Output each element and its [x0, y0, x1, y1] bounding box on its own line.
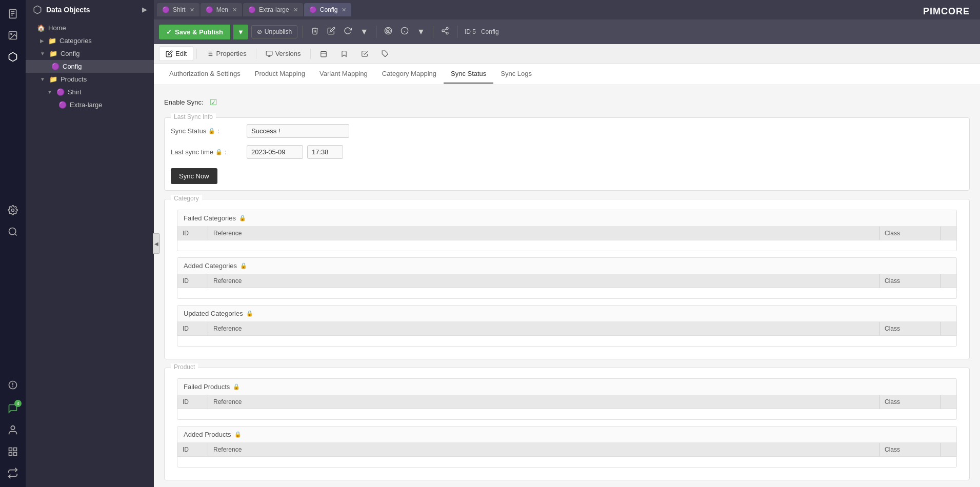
last-sync-date-input[interactable] [247, 145, 303, 159]
nav-label: Products [61, 75, 87, 83]
tab-product-mapping[interactable]: Product Mapping [248, 65, 312, 84]
svg-rect-34 [321, 51, 326, 57]
sync-now-button[interactable]: Sync Now [171, 168, 217, 184]
col-reference: Reference [208, 227, 879, 240]
more-button[interactable]: ▼ [414, 25, 428, 39]
share-button[interactable] [438, 24, 452, 39]
save-publish-button[interactable]: ✓ Save & Publish [159, 25, 230, 39]
svg-line-23 [444, 31, 447, 33]
last-sync-legend: Last Sync Info [171, 113, 216, 120]
nav-item-config[interactable]: 🟣 Config [26, 60, 154, 73]
properties-tab-button[interactable]: Properties [200, 47, 252, 60]
save-publish-dropdown[interactable]: ▼ [233, 25, 248, 39]
delete-button[interactable] [308, 24, 322, 39]
category-content: Failed Categories 🔒 ID Reference Class A… [171, 199, 963, 347]
user-btn[interactable] [3, 420, 23, 440]
tab-auth-settings[interactable]: Authorization & Settings [162, 65, 248, 84]
col-extra [941, 274, 956, 288]
added-products-body [177, 457, 956, 467]
tab-men[interactable]: 🟣 Men ✕ [201, 3, 242, 16]
dropdown-button[interactable]: ▼ [357, 25, 371, 39]
col-class: Class [879, 227, 941, 240]
category-legend: Category [171, 195, 202, 202]
last-sync-time-row: Last sync time 🔒 : [171, 145, 963, 159]
assets-nav-btn[interactable] [3, 26, 23, 45]
failed-categories-header: ID Reference Class [177, 227, 956, 240]
tab-sync-status[interactable]: Sync Status [444, 65, 493, 84]
edit-tab-button[interactable]: Edit [159, 46, 193, 61]
scheduler-btn[interactable] [314, 47, 333, 60]
tab-variant-mapping[interactable]: Variant Mapping [312, 65, 375, 84]
tab-sync-status-label: Sync Status [451, 70, 486, 77]
nav-item-categories[interactable]: ▶ 📁 Categories [26, 34, 154, 47]
tab-shirt-close[interactable]: ✕ [190, 7, 194, 13]
tab-extra-large-close[interactable]: ✕ [293, 7, 298, 13]
object-icon: 🟣 [56, 88, 65, 96]
nav-title: Data Objects [46, 6, 90, 14]
svg-point-16 [388, 30, 389, 32]
col-extra [941, 227, 956, 240]
tab-men-close[interactable]: ✕ [232, 7, 237, 13]
nav-item-products[interactable]: ▼ 📁 Products [26, 73, 154, 86]
added-categories-body [177, 288, 956, 298]
folder-icon: 📁 [48, 37, 56, 45]
tab-config-close[interactable]: ✕ [342, 7, 346, 13]
failed-products-body [177, 409, 956, 419]
chat-badge-btn[interactable]: 4 [3, 399, 23, 418]
last-sync-info-section: Last Sync Info Sync Status 🔒 : Last sync… [164, 117, 970, 191]
versions-tab-button[interactable]: Versions [259, 47, 307, 60]
tab-bar: 🟣 Shirt ✕ 🟣 Men ✕ 🟣 Extra-large ✕ 🟣 Conf… [154, 0, 980, 19]
nav-item-extra-large[interactable]: 🟣 Extra-large [26, 98, 154, 111]
svg-point-15 [386, 29, 390, 33]
cycle-btn[interactable] [3, 463, 23, 483]
sync-status-input[interactable] [247, 124, 349, 138]
toolbar-sep-3 [433, 26, 433, 38]
svg-point-5 [11, 33, 12, 35]
failed-products-title: Failed Products 🔒 [177, 379, 956, 395]
target-button[interactable] [382, 24, 395, 39]
nav-header: Data Objects ▶ [26, 0, 154, 19]
expand-icon: ▼ [47, 89, 52, 95]
svg-line-24 [444, 29, 447, 30]
bookmark-btn[interactable] [334, 47, 354, 60]
tab-variant-mapping-label: Variant Mapping [319, 70, 368, 77]
tag-btn[interactable] [375, 47, 395, 60]
reload-button[interactable] [341, 24, 354, 39]
tab-category-mapping[interactable]: Category Mapping [375, 65, 444, 84]
documents-nav-btn[interactable] [3, 4, 23, 24]
data-objects-nav-btn[interactable] [3, 47, 23, 67]
symfony-btn[interactable] [3, 375, 23, 395]
last-sync-content: Sync Status 🔒 : Last sync time 🔒 : [171, 118, 963, 184]
nav-expand-icon[interactable]: ▶ [142, 6, 147, 13]
nav-item-config-folder[interactable]: ▼ 📁 Config [26, 47, 154, 60]
info-button[interactable] [398, 24, 411, 39]
expand-icon: ▼ [40, 51, 45, 56]
unpublish-button[interactable]: ⊘ Unpublish [251, 25, 297, 38]
folder-icon: 📁 [49, 75, 57, 83]
nav-collapse-btn[interactable]: ◀ [153, 233, 160, 254]
content-tab-bar: Authorization & Settings Product Mapping… [154, 64, 980, 85]
home-icon: 🏠 [37, 24, 45, 32]
last-sync-time-input[interactable] [307, 145, 343, 159]
chat-badge: 4 [14, 400, 22, 407]
enable-sync-checkbox[interactable]: ☑ [210, 97, 217, 107]
tab-label: Extra-large [259, 6, 289, 13]
nav-item-shirt[interactable]: ▼ 🟣 Shirt [26, 86, 154, 98]
nav-item-home[interactable]: 🏠 Home [26, 22, 154, 34]
sync-status-row: Sync Status 🔒 : [171, 124, 963, 138]
folder-icon: 📁 [49, 50, 57, 57]
tab-extra-large[interactable]: 🟣 Extra-large ✕ [243, 3, 303, 16]
search-nav-btn[interactable] [3, 222, 23, 241]
tab-icon: 🟣 [162, 6, 170, 13]
tab-icon: 🟣 [206, 6, 213, 13]
grid-btn[interactable] [3, 442, 23, 461]
tasks-btn[interactable] [355, 47, 374, 60]
settings-nav-btn[interactable] [3, 200, 23, 220]
tab-config[interactable]: 🟣 Config ✕ [304, 3, 352, 16]
svg-point-22 [446, 32, 448, 34]
added-products-header: ID Reference Class [177, 443, 956, 457]
object-icon: 🟣 [58, 101, 67, 109]
tab-sync-logs[interactable]: Sync Logs [493, 65, 539, 84]
tab-shirt[interactable]: 🟣 Shirt ✕ [157, 3, 199, 16]
edit-button[interactable] [325, 24, 338, 39]
